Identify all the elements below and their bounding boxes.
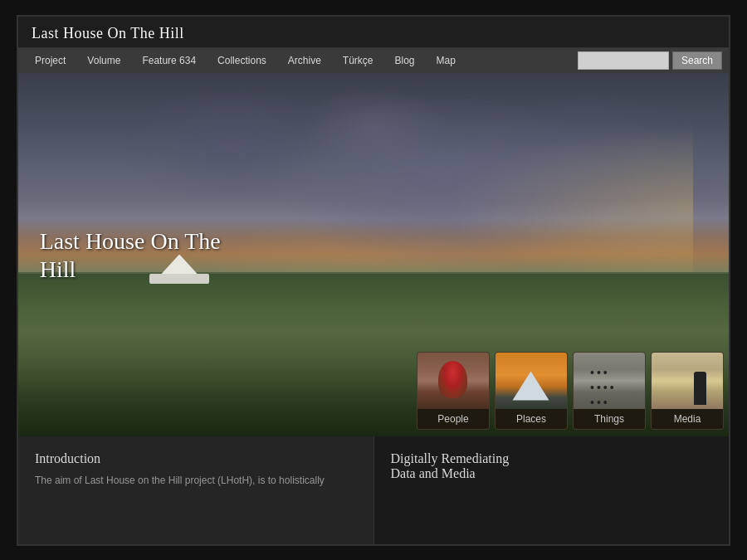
places-image <box>496 353 567 409</box>
search-button[interactable]: Search <box>672 51 722 70</box>
digital-heading: Digitally Remediating Data and Media <box>391 451 713 481</box>
nav-item-project[interactable]: Project <box>25 48 76 73</box>
introduction-heading: Introduction <box>35 451 357 466</box>
hero-section: Last House On The Hill People Places Thi… <box>18 73 729 436</box>
site-header: Last House On The Hill <box>18 17 729 48</box>
category-cards: People Places Things Media <box>417 352 724 430</box>
nav-item-turkce[interactable]: Türkçe <box>333 48 383 73</box>
app-frame: Last House On The Hill Project Volume Fe… <box>17 15 730 546</box>
site-title: Last House On The Hill <box>32 25 715 42</box>
hero-title: Last House On The Hill <box>40 227 221 283</box>
introduction-text: The aim of Last House on the Hill projec… <box>35 473 357 488</box>
introduction-panel: Introduction The aim of Last House on th… <box>18 436 374 544</box>
nav-item-collections[interactable]: Collections <box>208 48 276 73</box>
light-ray <box>444 124 693 290</box>
nav-bar: Project Volume Feature 634 Collections A… <box>18 48 729 73</box>
search-input[interactable] <box>578 51 669 70</box>
nav-item-volume[interactable]: Volume <box>77 48 130 73</box>
people-image <box>417 353 489 409</box>
media-label: Media <box>652 409 723 429</box>
category-card-things[interactable]: Things <box>573 352 646 430</box>
things-label: Things <box>574 409 645 429</box>
category-card-media[interactable]: Media <box>651 352 724 430</box>
things-image <box>574 353 645 409</box>
bottom-section: Introduction The aim of Last House on th… <box>18 436 729 544</box>
nav-item-feature634[interactable]: Feature 634 <box>132 48 206 73</box>
media-image <box>652 353 723 409</box>
search-form: Search <box>578 51 722 70</box>
category-card-places[interactable]: Places <box>495 352 568 430</box>
nav-item-archive[interactable]: Archive <box>278 48 331 73</box>
nav-item-blog[interactable]: Blog <box>385 48 425 73</box>
digital-panel: Digitally Remediating Data and Media <box>374 436 730 544</box>
people-label: People <box>417 409 489 429</box>
places-label: Places <box>496 409 567 429</box>
category-card-people[interactable]: People <box>417 352 490 430</box>
nav-item-map[interactable]: Map <box>427 48 466 73</box>
